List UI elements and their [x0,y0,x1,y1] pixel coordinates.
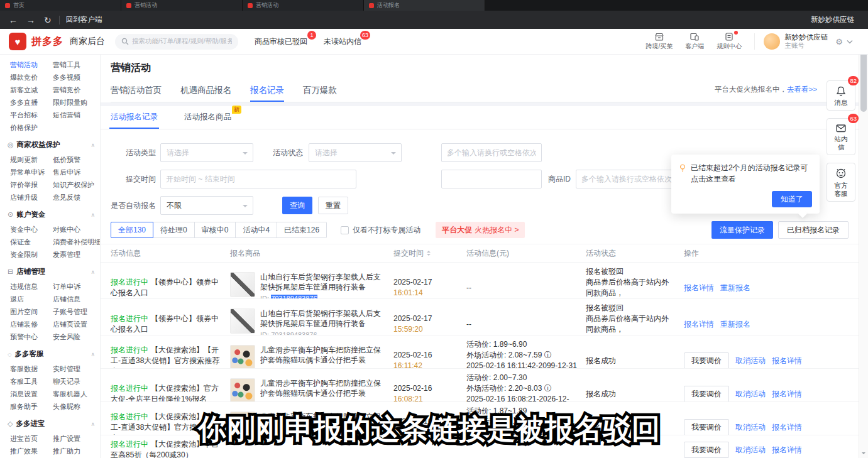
browser-tab[interactable]: 营销活动 [243,0,364,11]
pinduoduo-logo-icon[interactable]: ♥ [9,33,26,50]
browser-tab[interactable]: 首页 [0,0,121,11]
sidebar-item[interactable]: 店铺升级 [10,191,53,204]
operation-link[interactable]: 报名详情 [684,320,714,329]
dock-messages[interactable]: 82 消息 [827,80,855,111]
product-thumbnail[interactable] [230,272,255,297]
rules-center-button[interactable]: 规则中心 [717,32,742,51]
product-title[interactable]: 山地自行车后货架钢行李架载人后支架快拆尾架后车筐通用骑行装备 [260,272,385,292]
exclusive-activity-checkbox[interactable]: 仅看不打标专属活动 [341,225,420,236]
sidebar-item[interactable]: 退店 [10,293,53,305]
scrollbar[interactable] [859,29,868,458]
sidebar-item[interactable]: 店铺装修 [10,318,53,330]
sidebar-item[interactable]: 意见反馈 [53,191,100,204]
sidebar-item[interactable]: 客服数据 [10,363,53,375]
dock-inbox[interactable]: 63 站内信 [827,118,855,155]
adjust-price-button[interactable]: 我要调价 [684,386,729,402]
forward-icon[interactable]: → [26,15,35,25]
brand-name[interactable]: 拼多多 [31,35,63,48]
operation-link[interactable]: 报名详情 [684,283,714,292]
submit-time-range-input[interactable] [160,170,356,188]
bookmark-back-to-client[interactable]: 回到客户端 [66,15,102,25]
unread-messages-link[interactable]: 未读站内信63 [324,36,361,47]
sidebar-item[interactable]: 资金限制 [10,248,53,261]
subtab-activity-goods[interactable]: 活动报名商品新 [184,112,231,129]
dock-official-support[interactable]: 官方客服 [827,163,855,202]
collapse-caret-icon[interactable]: ∧ [91,351,95,357]
sidebar-item[interactable]: 多多直播 [10,96,53,109]
sidebar-item[interactable]: 营销工具 [53,58,100,71]
operation-link[interactable]: 重新报名 [720,320,750,329]
sidebar-item[interactable]: 爆款竞价 [10,71,53,84]
sidebar-item[interactable]: 限时限量购 [53,96,100,109]
sidebar-item[interactable]: 营销活动 [10,58,53,71]
sidebar-item[interactable]: 价格保护 [10,121,53,134]
sidebar-item[interactable]: 预警中心 [10,330,53,343]
activity-type-select[interactable]: 请选择 [160,143,253,162]
promo-banner-link[interactable]: 平台大促火热报名中，去看看>> [715,85,817,94]
scroll-down-icon[interactable] [862,452,865,454]
sort-icon[interactable] [427,251,431,256]
sidebar-item[interactable]: 消息设置 [10,388,53,400]
sidebar-item[interactable]: 店铺页设置 [53,318,100,330]
sidebar-item[interactable]: 平台招标 [10,109,53,121]
subtab-activity-records[interactable]: 活动报名记录 [111,112,158,129]
sidebar-item[interactable]: 多多视频 [53,71,100,84]
sidebar-item[interactable]: 安全风险 [53,330,100,343]
activity-status-select[interactable]: 请选择 [309,143,402,162]
crossborder-grocery-button[interactable]: 跨境/买菜 [646,32,673,51]
sidebar-item[interactable]: 店铺信息 [53,293,100,305]
collapse-caret-icon[interactable]: ∧ [91,142,95,148]
refresh-icon[interactable]: ↻ [44,15,52,25]
product-title[interactable]: 儿童滑步平衡车护胸车把防撞把立保护套饰熊猫玩偶卡通公仔把手装 [260,378,385,398]
sidebar-item[interactable]: 知识产权保护 [53,178,100,191]
client-app-button[interactable]: 客户端 [685,32,704,51]
tab-marketing-home[interactable]: 营销活动首页 [111,81,162,102]
back-icon[interactable]: ← [9,15,18,25]
status-filter-chip[interactable]: 活动中4 [236,222,277,238]
product-title[interactable]: 山地自行车后货架钢行李架载人后支架快拆尾架后车筐通用骑行装备 [260,308,385,329]
tab-signup-records[interactable]: 报名记录 [250,81,284,102]
query-button[interactable]: 查询 [282,197,312,214]
avatar[interactable] [764,33,780,50]
status-filter-chip[interactable]: 全部130 [111,222,153,238]
operation-link[interactable]: 重新报名 [720,283,750,292]
browser-tab[interactable]: 活动报名 [364,0,485,11]
sidebar-section-header[interactable]: ◌多多客服∧ [0,343,100,363]
sidebar-item[interactable]: 违规信息 [10,280,53,293]
archived-records-button[interactable]: 已归档报名记录 [778,221,849,239]
sidebar-section-header[interactable]: ⊟店铺管理∧ [0,261,100,280]
search-input[interactable]: 搜索功能/订单/课程/规则/帮助/服务 [115,34,238,50]
extra-filter-input[interactable] [441,170,542,188]
collapse-caret-icon[interactable]: ∧ [91,269,95,275]
product-id-value[interactable]: 703189483876 [271,331,317,336]
goods-id-input[interactable] [576,170,686,188]
operation-link[interactable]: 取消活动 [735,356,766,365]
sidebar-item[interactable]: 聊天记录 [53,375,100,388]
sidebar-item[interactable]: 发票管理 [53,248,101,261]
sidebar-item[interactable]: 订单申诉 [53,280,100,293]
product-thumbnail[interactable] [230,345,255,369]
auto-signup-select[interactable]: 不限 [160,196,253,215]
sidebar-item[interactable]: 售后申诉 [53,166,100,178]
sidebar-section-header[interactable]: ◎商家权益保护∧ [0,134,100,153]
status-filter-chip[interactable]: 审核中0 [195,222,236,238]
product-title[interactable]: 儿童滑步平衡车护胸车把防撞把立保护套饰熊猫玩偶卡通公仔把手装 [260,345,385,365]
sidebar-item[interactable]: 图片空间 [10,305,53,318]
activity-id-input[interactable] [441,143,542,162]
tab-opportunity-signup[interactable]: 机遇商品报名 [180,81,231,102]
sidebar-section-header[interactable]: ⊙账户资金∧ [0,204,100,223]
sidebar-item[interactable]: 新客立减 [10,84,53,96]
sidebar-item[interactable]: 子账号管理 [53,305,100,318]
browser-tab[interactable]: 营销活动 [121,0,243,11]
sidebar-item[interactable]: 客服机器人 [53,388,100,400]
traffic-protection-button[interactable]: 流量保护记录 [711,221,773,239]
checkbox-icon[interactable] [341,226,349,234]
product-thumbnail[interactable] [230,378,255,403]
operation-link[interactable]: 报名详情 [772,390,802,398]
sidebar-item[interactable]: 消费者补偿明细 [53,236,101,248]
sidebar-item[interactable]: 规则更新 [10,153,53,166]
status-filter-chip[interactable]: 已结束126 [277,222,327,238]
sidebar-item[interactable]: 营销竞价 [53,84,100,96]
operation-link[interactable]: 报名详情 [772,356,802,365]
product-thumbnail[interactable] [230,308,255,334]
